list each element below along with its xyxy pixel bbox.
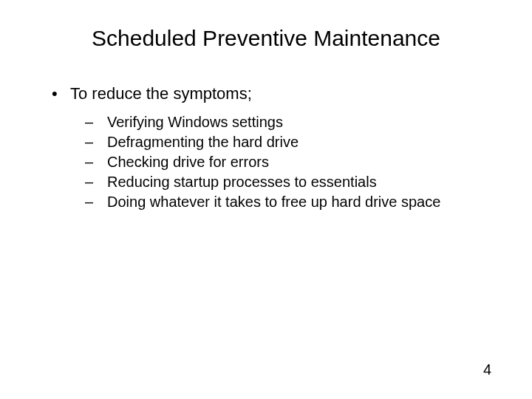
dash-marker: – xyxy=(85,194,107,211)
slide-content: • To reduce the symptoms; – Verifying Wi… xyxy=(37,84,495,211)
page-number: 4 xyxy=(483,361,491,378)
bullet-level2: – Checking drive for errors xyxy=(85,154,495,171)
dash-marker: – xyxy=(85,174,107,191)
bullet-level2: – Doing whatever it takes to free up har… xyxy=(85,194,495,211)
bullet-text: Verifying Windows settings xyxy=(107,114,283,131)
sub-bullet-list: – Verifying Windows settings – Defragmen… xyxy=(52,114,495,211)
bullet-level2: – Reducing startup processes to essentia… xyxy=(85,174,495,191)
bullet-text: Reducing startup processes to essentials xyxy=(107,174,377,191)
bullet-text: Defragmenting the hard drive xyxy=(107,134,299,151)
slide: Scheduled Preventive Maintenance • To re… xyxy=(0,0,532,399)
slide-title: Scheduled Preventive Maintenance xyxy=(37,26,495,51)
bullet-text: Doing whatever it takes to free up hard … xyxy=(107,194,440,211)
bullet-text: To reduce the symptoms; xyxy=(70,84,252,103)
dash-marker: – xyxy=(85,114,107,131)
bullet-text: Checking drive for errors xyxy=(107,154,269,171)
dash-marker: – xyxy=(85,154,107,171)
bullet-level2: – Defragmenting the hard drive xyxy=(85,134,495,151)
bullet-level2: – Verifying Windows settings xyxy=(85,114,495,131)
bullet-marker: • xyxy=(52,84,70,103)
bullet-level1: • To reduce the symptoms; xyxy=(52,84,495,103)
dash-marker: – xyxy=(85,134,107,151)
